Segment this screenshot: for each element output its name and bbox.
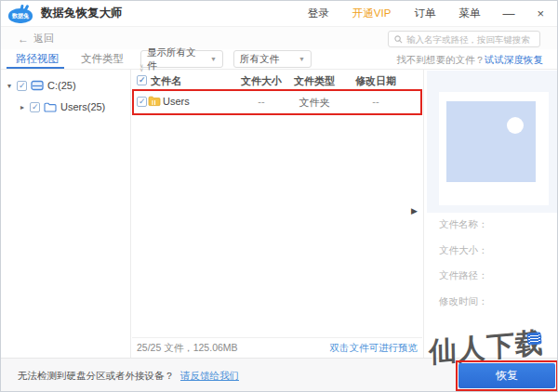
cell-file-name: Users [163,96,190,107]
app-title: 数据兔恢复大师 [41,6,123,21]
file-path-label: 文件路径： [439,269,488,282]
tree-item-c-drive[interactable]: ▾ C:(25) [1,78,130,93]
close-button[interactable]: × [537,7,544,20]
users-checkbox[interactable] [30,102,40,112]
table-row[interactable]: Users -- 文件夹 -- [132,92,422,114]
modified-time-label: 修改时间： [439,295,488,308]
open-vip-button[interactable]: 开通VIP [352,7,392,20]
chevron-down-icon: ▼ [210,56,217,62]
menu-button[interactable]: 菜单 [458,7,480,20]
active-tab-underline [7,67,64,69]
caret-down-icon[interactable]: ▾ [6,82,13,90]
minimize-button[interactable]: — [502,7,514,20]
scroll-up-chevron-icon[interactable]: ∨∨ [140,64,143,72]
folder-icon [148,96,161,107]
tab-path-view[interactable]: 路径视图 [16,52,59,66]
app-window: 数据兔 数据兔恢复大师 登录 开通VIP 订单 菜单 — × ← 返回 路径视图… [0,0,558,392]
hint-question: 找不到想要的文件？ [397,54,485,65]
column-file-name[interactable]: 文件名 [151,74,181,88]
cell-modified-date: -- [348,96,404,107]
file-count-stats: 25/25 文件，125.06MB [137,342,238,355]
image-placeholder-icon [439,92,549,205]
path-tree-panel: ▾ C:(25) ▸ Users(25) [1,70,131,358]
feedback-link[interactable]: 请反馈给我们 [180,370,239,381]
tree-item-users[interactable]: ▸ Users(25) [1,99,130,114]
row-checkbox[interactable] [137,97,147,107]
column-file-type[interactable]: 文件类型 [286,74,342,88]
double-click-preview-tip: 双击文件可进行预览 [330,342,418,355]
preview-panel: 文件名称： 文件大小： 文件路径： 修改时间： [423,70,558,358]
all-files-value: 所有文件 [240,53,279,66]
show-all-files-dropdown[interactable]: 显示所有文件 ▼ [140,50,223,68]
preview-placeholder [427,71,557,213]
filter-row: 路径视图 文件类型 显示所有文件 ▼ 所有文件 ▼ 找不到想要的文件？试试深度恢… [1,49,557,70]
c-drive-checkbox[interactable] [17,81,27,91]
cell-file-size: -- [233,96,289,107]
app-logo-icon: 数据兔 [8,5,33,23]
orders-button[interactable]: 订单 [414,7,435,20]
show-all-files-value: 显示所有文件 [147,46,205,72]
all-files-dropdown[interactable]: 所有文件 ▼ [233,50,312,68]
tree-item-label: Users(25) [60,101,105,112]
chevron-down-icon: ▼ [299,56,305,62]
table-header: 文件名 文件大小 文件类型 修改日期 [132,73,422,91]
collapse-panel-arrow-icon[interactable]: ▶ [411,206,418,216]
login-button[interactable]: 登录 [308,7,329,20]
tab-file-type[interactable]: 文件类型 [81,52,124,66]
search-icon [394,35,403,44]
nav-row: ← 返回 [1,27,557,49]
deep-recovery-hint: 找不到想要的文件？试试深度恢复 [397,54,544,67]
search-box[interactable] [388,31,540,47]
recover-button[interactable]: 恢复 [458,363,555,388]
caret-right-icon[interactable]: ▸ [19,103,26,111]
deep-recovery-link[interactable]: 试试深度恢复 [485,54,543,65]
tree-item-label: C:(25) [47,80,76,91]
device-detect-question: 无法检测到硬盘分区或者外接设备？ [18,370,174,381]
folder-icon [44,102,57,112]
drive-icon [31,80,44,91]
column-modified-date[interactable]: 修改日期 [348,74,404,88]
search-input[interactable] [406,34,534,45]
back-button[interactable]: ← 返回 [18,32,54,46]
file-size-label: 文件大小： [439,244,488,257]
column-file-size[interactable]: 文件大小 [233,74,289,88]
select-all-checkbox[interactable] [137,75,147,85]
table-footer: 25/25 文件，125.06MB 双击文件可进行预览 [132,337,422,358]
file-name-label: 文件名称： [439,218,488,231]
titlebar: 数据兔 数据兔恢复大师 登录 开通VIP 订单 菜单 — × [1,1,557,27]
cell-file-type: 文件夹 [286,96,342,110]
back-label: 返回 [33,32,54,46]
back-arrow-icon: ← [18,33,29,46]
